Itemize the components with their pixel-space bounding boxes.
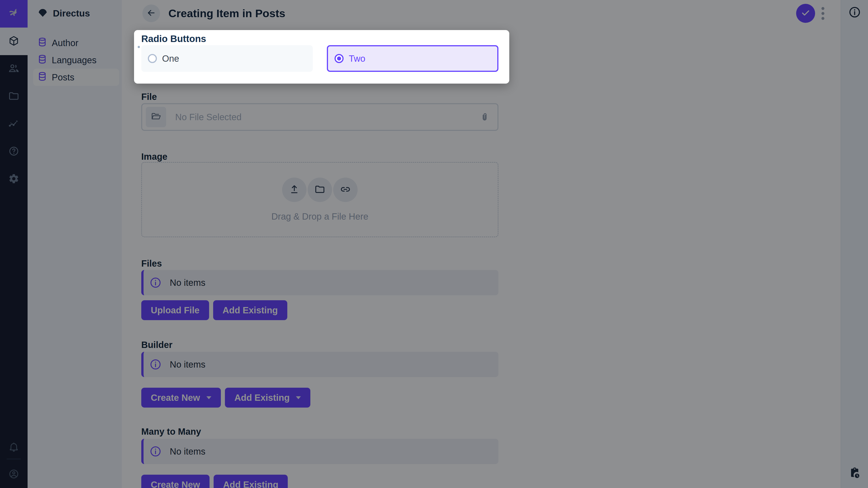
radio-buttons-field: Radio Buttons One Two: [134, 30, 509, 84]
directus-app: Directus Author: [0, 0, 868, 488]
radio-unchecked-icon: [148, 54, 157, 63]
field-edited-dot: [138, 46, 140, 48]
radio-group: One Two: [141, 45, 498, 72]
radio-checked-icon: [335, 54, 344, 63]
radio-option-one[interactable]: One: [141, 45, 313, 72]
radio-option-two[interactable]: Two: [327, 45, 498, 72]
radio-buttons-label: Radio Buttons: [141, 33, 206, 44]
